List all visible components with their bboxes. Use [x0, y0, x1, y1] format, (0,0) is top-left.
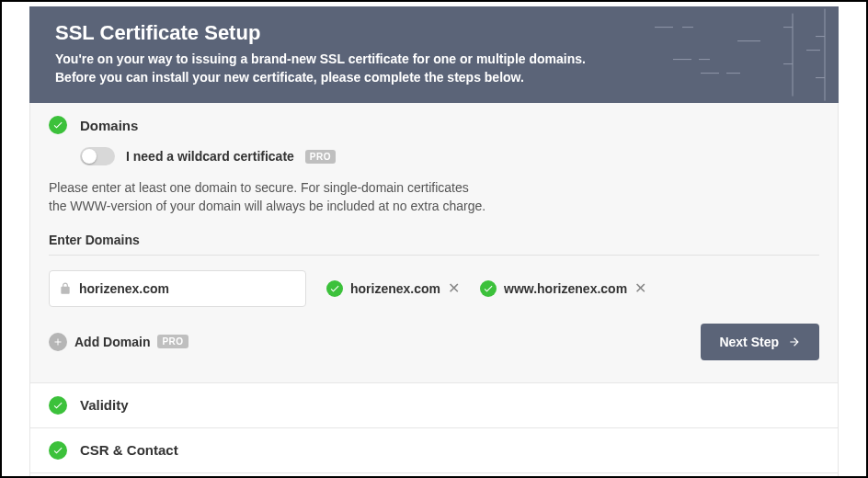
check-icon: [49, 396, 67, 415]
step-validity-title: Validity: [80, 397, 129, 413]
domain-chip: horizenex.com ✕: [326, 280, 460, 297]
domain-chip-text: www.horizenex.com: [504, 281, 627, 296]
step-domains-panel: Domains I need a wildcard certificate PR…: [29, 103, 839, 383]
wildcard-toggle[interactable]: [80, 147, 115, 165]
toggle-knob-icon: [82, 149, 97, 164]
domains-instruction: Please enter at least one domain to secu…: [49, 178, 819, 233]
plus-icon: [49, 333, 67, 351]
add-domain-button[interactable]: Add Domain PRO: [49, 333, 188, 351]
pro-badge: PRO: [157, 335, 188, 348]
check-icon: [49, 116, 67, 134]
step-finalize-row[interactable]: › Finalize Your Order: [29, 473, 839, 478]
check-icon: [326, 280, 343, 297]
add-domain-label: Add Domain: [74, 335, 150, 349]
remove-domain-button[interactable]: ✕: [448, 281, 460, 296]
header-decoration-icon: [645, 6, 829, 103]
setup-header: SSL Certificate Setup You're on your way…: [29, 6, 839, 103]
domain-chip: www.horizenex.com ✕: [480, 280, 646, 297]
domain-input-wrap[interactable]: [49, 270, 306, 307]
arrow-right-icon: [788, 336, 801, 348]
check-icon: [480, 280, 497, 297]
check-icon: [49, 441, 67, 460]
wildcard-toggle-label: I need a wildcard certificate: [126, 149, 294, 164]
step-domains-title: Domains: [80, 118, 138, 133]
domain-input[interactable]: [79, 281, 296, 296]
pro-badge: PRO: [305, 150, 336, 164]
remove-domain-button[interactable]: ✕: [634, 281, 646, 296]
lock-icon: [59, 281, 72, 296]
enter-domains-label: Enter Domains: [49, 233, 819, 256]
next-step-button[interactable]: Next Step: [701, 324, 819, 360]
step-validity-row[interactable]: Validity: [29, 383, 839, 428]
step-csr-row[interactable]: CSR & Contact: [29, 428, 839, 473]
domain-chip-text: horizenex.com: [350, 281, 440, 296]
step-csr-title: CSR & Contact: [80, 442, 178, 458]
